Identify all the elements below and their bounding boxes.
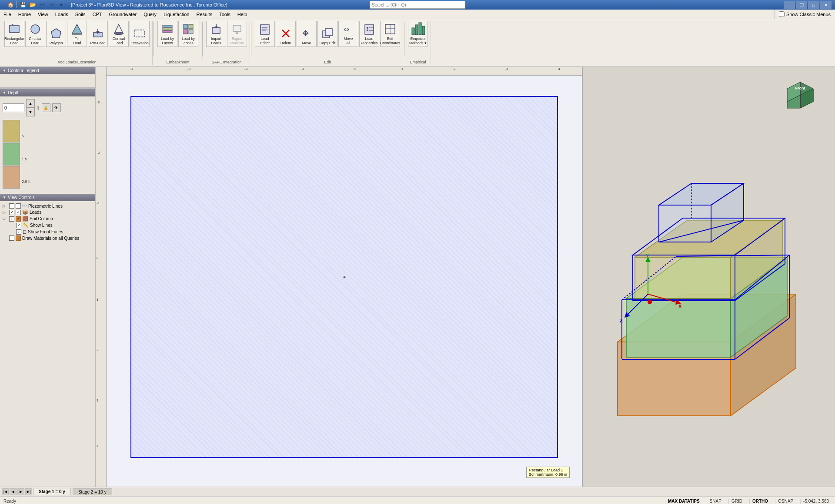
- view-controls-header[interactable]: ▼ View Controls: [0, 194, 95, 201]
- search-input[interactable]: [370, 1, 465, 9]
- view-controls-triangle: ▼: [3, 196, 6, 199]
- fill-load-button[interactable]: FillLoad: [67, 21, 87, 47]
- stage-tab-bar: |◄ ◄ ► ►| Stage 1 = 0 y Stage 2 = 10 y: [0, 487, 835, 496]
- redo-button[interactable]: ↪: [47, 0, 56, 9]
- tree-checkbox-loads-2[interactable]: [16, 210, 21, 215]
- app-icon[interactable]: 🏠: [6, 0, 15, 9]
- tree-checkbox-draw-materials-2[interactable]: [16, 235, 21, 241]
- tree-expand-piezometric[interactable]: ▷: [3, 204, 8, 208]
- menu-cpt[interactable]: CPT: [89, 10, 106, 19]
- menu-loads[interactable]: Loads: [52, 10, 72, 19]
- svg-rect-18: [189, 30, 193, 34]
- move-all-button[interactable]: ⇔ MoveAll: [338, 21, 358, 47]
- plan-view[interactable]: -4 -3 -2 -1 0 1 2 3 4 -3 -2 -1 0: [96, 67, 583, 487]
- status-snap[interactable]: SNAP: [707, 499, 724, 504]
- depth-lock-button[interactable]: 🔒: [42, 103, 50, 112]
- menu-help[interactable]: Help: [234, 10, 251, 19]
- save-button[interactable]: 💾: [19, 0, 27, 9]
- load-properties-button[interactable]: LoadProperties: [359, 21, 379, 47]
- depth-title: Depth: [8, 90, 20, 95]
- tree-expand-soil-column[interactable]: ▽: [3, 217, 8, 221]
- export-modulus-button[interactable]: ExportModulus: [227, 21, 247, 47]
- polygon-button[interactable]: Polygon: [46, 21, 66, 47]
- excavation-button[interactable]: Excavation: [130, 21, 150, 47]
- menu-file[interactable]: File: [0, 10, 15, 19]
- menu-results[interactable]: Results: [193, 10, 216, 19]
- svg-rect-33: [325, 29, 332, 36]
- menu-query[interactable]: Query: [140, 10, 160, 19]
- open-button[interactable]: 📂: [28, 0, 37, 9]
- stage-next-button[interactable]: ►: [17, 488, 24, 495]
- tree-checkbox-piezometric[interactable]: [9, 203, 14, 209]
- tree-item-soil-column[interactable]: ▽ 🟫 Soil Column: [3, 216, 93, 222]
- close-button[interactable]: ✕: [820, 1, 832, 9]
- 3d-view[interactable]: Front: [583, 67, 835, 487]
- stage-first-button[interactable]: |◄: [2, 488, 9, 495]
- menu-tools[interactable]: Tools: [216, 10, 234, 19]
- menu-liquefaction[interactable]: Liquefaction: [160, 10, 193, 19]
- move-label: Move: [302, 41, 311, 45]
- tree-checkbox-piezometric-2[interactable]: [16, 203, 21, 209]
- depth-section-header[interactable]: ▼ Depth: [0, 89, 95, 96]
- ruler-tick-minus3: -3: [187, 67, 190, 71]
- status-osnap[interactable]: OSNAP: [775, 499, 796, 504]
- load-by-zones-button[interactable]: Load byZones: [178, 21, 198, 47]
- tree-checkbox-soil-column-2[interactable]: [16, 216, 21, 222]
- status-grid[interactable]: GRID: [728, 499, 745, 504]
- tree-checkbox-draw-materials[interactable]: [9, 235, 14, 241]
- tree-expand-loads[interactable]: ▷: [3, 210, 8, 215]
- empirical-methods-button[interactable]: EmpiricalMethods ▾: [408, 21, 428, 47]
- dropdown-button[interactable]: ▾: [57, 0, 66, 9]
- edit-coordinates-button[interactable]: EditCoordinates: [380, 21, 400, 47]
- copy-edit-button[interactable]: Copy Edit: [317, 21, 337, 47]
- depth-eye-button[interactable]: 👁: [52, 103, 61, 112]
- depth-up-button[interactable]: ▲: [26, 99, 35, 108]
- tree-item-draw-materials[interactable]: ▷ Draw Materials on all Queries: [3, 235, 93, 241]
- depth-down-button[interactable]: ▼: [26, 108, 35, 116]
- stage-prev-button[interactable]: ◄: [10, 488, 17, 495]
- delete-button[interactable]: Delete: [276, 21, 296, 47]
- status-ortho[interactable]: ORTHO: [749, 499, 771, 504]
- rectangular-load-button[interactable]: RectangularLoad: [4, 21, 24, 47]
- show-classic-label: Show Classic Menus: [786, 12, 831, 17]
- show-classic-checkbox[interactable]: [779, 11, 785, 17]
- import-loads-button[interactable]: ImportLoads: [206, 21, 226, 47]
- maximize-button[interactable]: □: [808, 1, 819, 9]
- show-classic-menus[interactable]: Show Classic Menus: [774, 10, 835, 19]
- tree-checkbox-soil-column[interactable]: [9, 216, 14, 222]
- conical-load-button[interactable]: ConicalLoad: [109, 21, 129, 47]
- menu-groundwater[interactable]: Groundwater: [106, 10, 140, 19]
- tree-item-show-front-faces[interactable]: ▷ ◻ Show Front Faces: [10, 229, 93, 235]
- undo-button[interactable]: ↩: [38, 0, 47, 9]
- import-loads-label: ImportLoads: [211, 37, 221, 45]
- svg-rect-44: [415, 25, 418, 35]
- titlebar-controls: ─ ❐ □ ✕: [784, 1, 832, 9]
- minimize-button[interactable]: ─: [784, 1, 795, 9]
- menu-home[interactable]: Home: [15, 10, 34, 19]
- stage-tab-2[interactable]: Stage 2 = 10 y: [73, 488, 112, 495]
- tree-checkbox-show-front-faces[interactable]: [16, 229, 21, 235]
- tree-item-show-lines[interactable]: ▷ 📏 Show Lines: [10, 222, 93, 229]
- load-by-layers-button[interactable]: Load byLayers: [157, 21, 177, 47]
- stage-last-button[interactable]: ►|: [25, 488, 32, 495]
- menu-view[interactable]: View: [34, 10, 52, 19]
- pre-load-button[interactable]: Pre-Load: [88, 21, 108, 47]
- tree-item-piezometric[interactable]: ▷ 〰 Piezometric Lines: [3, 203, 93, 209]
- restore-button[interactable]: ❐: [796, 1, 807, 9]
- statusbar-right: MAX DATATIPS SNAP GRID ORTHO OSNAP -5.04…: [665, 499, 832, 504]
- stage-tab-1[interactable]: Stage 1 = 0 y: [33, 488, 71, 495]
- menu-soils[interactable]: Soils: [72, 10, 89, 19]
- contour-legend-header[interactable]: ▼ Contour Legend: [0, 67, 95, 74]
- tree-checkbox-loads[interactable]: [9, 210, 14, 215]
- ruler-tick-4: 4: [558, 67, 560, 71]
- depth-input[interactable]: [3, 103, 24, 112]
- status-max-datatips[interactable]: MAX DATATIPS: [665, 499, 702, 504]
- load-editor-button[interactable]: LoadEditor: [255, 21, 275, 47]
- canvas-container: -4 -3 -2 -1 0 1 2 3 4 -3 -2 -1 0: [96, 67, 835, 487]
- legend-val-4: 1.5: [22, 157, 30, 161]
- tree-checkbox-show-lines[interactable]: [16, 223, 21, 228]
- tree-item-loads[interactable]: ▷ 📦 Loads: [3, 209, 93, 216]
- rectangular-load-icon: [7, 22, 21, 36]
- circular-load-button[interactable]: CircularLoad: [25, 21, 45, 47]
- move-button[interactable]: ✥ Move: [297, 21, 317, 47]
